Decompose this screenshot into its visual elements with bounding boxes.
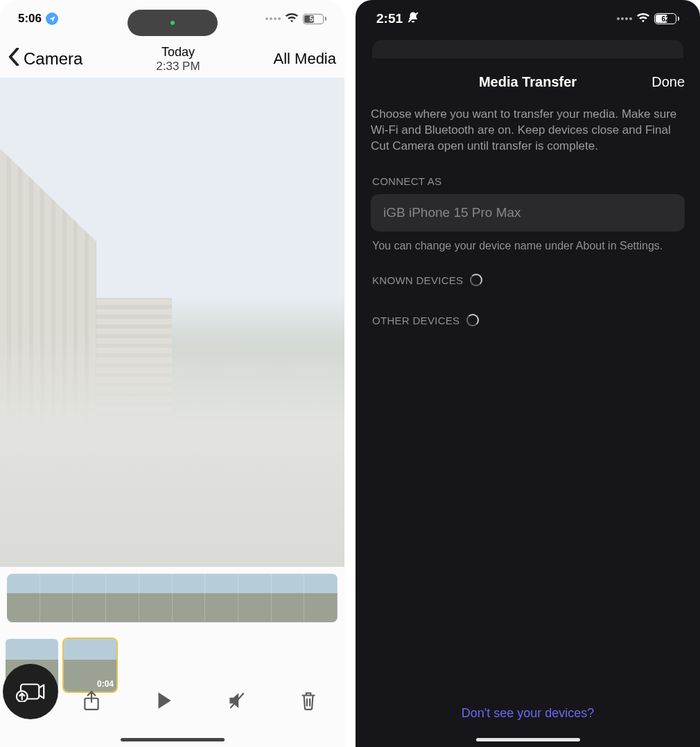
chevron-left-icon [8,48,19,70]
video-preview[interactable] [0,78,344,567]
nav-title: Today [161,45,195,60]
location-icon [46,12,58,25]
clock-time: 2:51 [376,11,403,26]
svg-marker-3 [159,692,171,709]
done-button[interactable]: Done [651,74,685,90]
battery-icon: 62 [654,13,679,24]
help-link[interactable]: Don't see your devices? [356,706,700,721]
clock-time: 5:06 [18,12,42,26]
media-browser-screen: 5:06 55 [0,0,344,747]
status-bar: 5:06 55 [0,0,344,37]
device-name-field[interactable]: iGB iPhone 15 Pro Max [371,194,685,231]
sheet-title: Media Transfer [479,74,577,90]
share-icon[interactable] [82,690,100,714]
wifi-icon [636,12,650,26]
media-transfer-sheet: Media Transfer Done Choose where you wan… [356,58,700,747]
mute-icon[interactable] [227,690,245,714]
nav-bar: Camera Today 2:33 PM All Media [0,37,344,80]
do-not-disturb-icon [407,11,419,26]
play-icon[interactable] [155,690,173,714]
cellular-dots-icon [265,17,281,20]
other-devices-label: OTHER DEVICES [356,293,700,333]
toolbar [55,680,344,723]
trash-icon[interactable] [299,690,317,714]
spinner-icon [470,274,482,286]
sheet-handle [372,40,683,58]
home-indicator[interactable] [476,738,580,741]
spinner-icon [466,314,479,326]
back-button[interactable]: Camera [8,48,82,70]
cellular-dots-icon [617,17,632,20]
wifi-icon [285,12,299,26]
all-media-button[interactable]: All Media [274,50,336,68]
filmstrip[interactable] [7,574,338,622]
nav-subtitle: 2:33 PM [156,60,200,73]
sheet-description: Choose where you want to transfer your m… [356,97,700,155]
device-name-hint: You can change your device name under Ab… [356,231,700,254]
transfer-button[interactable] [3,664,58,719]
battery-icon: 55 [303,14,326,24]
status-bar: 2:51 62 [356,0,700,37]
known-devices-label: KNOWN DEVICES [356,253,700,293]
connect-as-label: CONNECT AS [356,155,700,194]
back-label: Camera [24,49,82,69]
home-indicator[interactable] [121,738,225,741]
media-transfer-screen: 2:51 62 Media Transfer Done Cho [356,0,700,747]
